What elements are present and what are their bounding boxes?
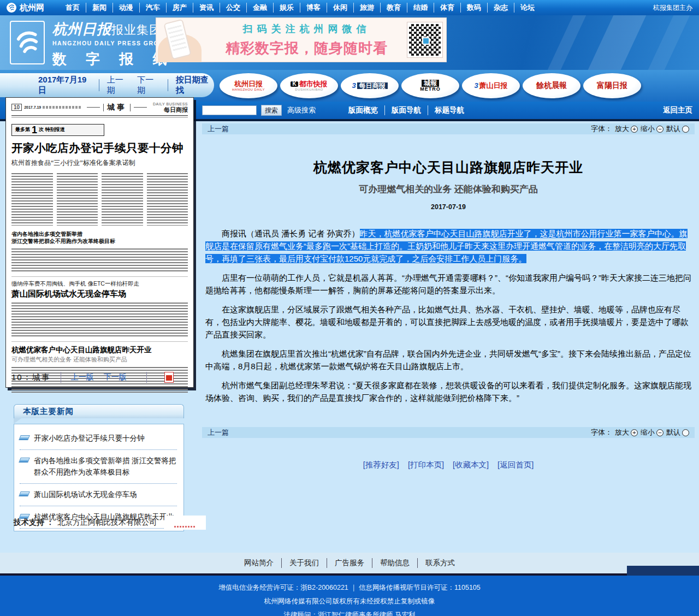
- topnav-link-house[interactable]: 房产: [166, 3, 193, 13]
- topnav-link-ent[interactable]: 娱乐: [273, 3, 300, 13]
- font-zoom-in-button[interactable]: 放大 +: [615, 124, 638, 134]
- news-list-item[interactable]: 省内各地推出多项交管新举措 浙江交警将把群众不用跑作为改革终极目标: [20, 450, 177, 484]
- title-nav-link[interactable]: 标题导航: [428, 105, 471, 115]
- prev-article-link[interactable]: 上一篇: [208, 428, 229, 437]
- paper-logo-xiaoshan-daily[interactable]: 3萧山日报: [462, 73, 520, 98]
- default-circle-icon: [682, 126, 689, 133]
- recommend-friend-link[interactable]: [推荐好友]: [363, 460, 399, 469]
- topnav-link-digital[interactable]: 数码: [460, 3, 487, 13]
- font-reset-button[interactable]: 默认: [666, 124, 689, 134]
- topnav-link-auto[interactable]: 汽车: [139, 3, 166, 13]
- newspaper-page-preview[interactable]: 10 2017.7.19 城事 DAILY BUSINESS 每日商报 最多第1…: [5, 97, 194, 388]
- page-nav-link[interactable]: 版面导航: [384, 105, 428, 115]
- topnav-link-blog[interactable]: 博客: [300, 3, 327, 13]
- article-date: 2017-07-19: [202, 203, 695, 211]
- advanced-search-link[interactable]: 高级搜索: [287, 105, 316, 115]
- print-page-link[interactable]: [打印本页]: [408, 460, 444, 469]
- article-panel: 上一篇 字体： 放大 + 缩小 − 默认 杭燃优家客户中心天目山路旗舰店昨天开业…: [202, 123, 695, 470]
- paper-logo-icon: 3: [352, 82, 356, 90]
- font-size-controls: 字体： 放大 + 缩小 − 默认: [591, 428, 689, 437]
- paper-logo-fuyang-daily[interactable]: 富陽日报: [583, 73, 641, 98]
- topnav-link-finance[interactable]: 金融: [246, 3, 273, 13]
- preview-story2-kicker: 缴纳停车费不用掏钱、掏手机 像ETC一样抬杆即走: [11, 280, 188, 288]
- article-subtitle: 可办理燃气相关的业务 还能体验和购买产品: [202, 183, 695, 196]
- font-zoom-out-button[interactable]: 缩小 −: [641, 428, 664, 437]
- topnav-link-forum[interactable]: 论坛: [514, 3, 541, 13]
- page: 杭州网 首页 新闻 动漫 汽车 房产 资讯 公交 金融 娱乐 博客 休闲 旅游 …: [0, 0, 699, 616]
- header-decoration: [585, 15, 649, 70]
- plus-circle-icon: +: [631, 126, 638, 133]
- search-input[interactable]: [202, 105, 257, 115]
- footer-contact-link[interactable]: 联系方式: [417, 558, 463, 568]
- brand-suffix: 报业集团: [111, 23, 162, 37]
- masthead: 杭州日报报业集团 HANGZHOU DAILY PRESS GROUP 数 字 …: [52, 20, 156, 69]
- newspaper-logos: 杭州日报 HANGZHOU DAILY K都市快报 DUSHIKUAIBAO 3…: [214, 70, 699, 102]
- hangzhou-net-logo[interactable]: 杭州网: [0, 3, 52, 13]
- search-by-date-link[interactable]: 按日期查找: [176, 75, 214, 96]
- pdf-icon[interactable]: [164, 372, 174, 383]
- article-paragraph: 杭燃集团在旗舰店里首次推出“杭燃优家”自有品牌，联合国内外先进企业，共同研发燃气…: [205, 347, 692, 372]
- paper-logo-hangzhou-daily[interactable]: 杭州日报 HANGZHOU DAILY: [220, 73, 277, 98]
- bookmark-link[interactable]: [收藏本文]: [453, 460, 489, 469]
- topnav-link-home[interactable]: 首页: [60, 3, 86, 13]
- preview-page-header: 10 2017.7.19 城事 DAILY BUSINESS 每日商报: [11, 102, 188, 113]
- next-page-link[interactable]: 下一版: [104, 372, 127, 382]
- page-news-title: 本版主要新闻: [14, 406, 74, 417]
- paper-logo-dushikuaibao[interactable]: K都市快报 DUSHIKUAIBAO: [280, 73, 338, 98]
- font-reset-button[interactable]: 默认: [666, 428, 689, 437]
- banner-line2: 精彩数字报，随身随时看: [206, 39, 407, 58]
- news-list-item[interactable]: 开家小吃店办登记手续只要十分钟: [20, 428, 177, 450]
- topnav-link-wedding[interactable]: 结婚: [407, 3, 434, 13]
- paper-logo-meirishangbao[interactable]: 3每日商报: [341, 73, 399, 98]
- news-list-item[interactable]: 萧山国际机场试水无现金停车场: [20, 484, 177, 506]
- topnav-link-leisure[interactable]: 休闲: [327, 3, 353, 13]
- header-decoration: [545, 15, 589, 70]
- font-label: 字体：: [591, 428, 612, 437]
- brand-en: HANGZHOU DAILY PRESS GROUP: [52, 40, 156, 46]
- body-text-columns: [11, 173, 188, 226]
- topnav-link-magazine[interactable]: 杂志: [487, 3, 514, 13]
- search-button[interactable]: 搜索: [261, 105, 282, 116]
- preview-story2-title: 萧山国际机场试水无现金停车场: [11, 289, 188, 299]
- paper-logo-yuhang-morning[interactable]: 餘杭晨報: [523, 73, 580, 98]
- footer-ads-link[interactable]: 广告服务: [327, 558, 372, 568]
- tech-support-company: 北京方正阿帕比技术有限公司: [57, 518, 157, 528]
- prev-article-link[interactable]: 上一篇: [208, 124, 229, 134]
- page-overview-link[interactable]: 版面概览: [342, 105, 384, 115]
- default-circle-icon: [682, 429, 689, 436]
- back-home-link[interactable]: 返回主页: [663, 105, 692, 115]
- preview-story3-title: 杭燃优家客户中心天目山路旗舰店昨天开业: [11, 345, 188, 355]
- topnav-link-news[interactable]: 新闻: [86, 3, 112, 13]
- next-issue-link[interactable]: 下一期: [137, 75, 160, 96]
- topnav-link-anime[interactable]: 动漫: [112, 3, 139, 13]
- prev-issue-link[interactable]: 上一期: [107, 75, 130, 96]
- prev-page-link[interactable]: 上一版: [71, 372, 94, 382]
- topnav-link-sports[interactable]: 体育: [434, 3, 460, 13]
- wechat-promo-banner[interactable]: 扫码关注杭州网微信 精彩数字报，随身随时看: [156, 17, 447, 62]
- phone-graphic: [156, 17, 206, 62]
- brand-cn: 杭州日报: [52, 21, 111, 37]
- font-zoom-in-button[interactable]: 放大 +: [615, 428, 638, 437]
- paper-logo-icon: K: [291, 81, 298, 87]
- date-bar: 2017年7月19日 上一期 下一期 按日期查找: [0, 73, 214, 97]
- press-group-logo-icon: [10, 21, 45, 64]
- minus-circle-icon: −: [656, 126, 664, 133]
- banner-text: 扫码关注杭州网微信 精彩数字报，随身随时看: [206, 22, 407, 58]
- back-to-home-link[interactable]: [返回首页]: [497, 460, 534, 469]
- header-decoration: [645, 15, 692, 70]
- topnav-link-info[interactable]: 资讯: [193, 3, 220, 13]
- issue-date: 2017年7月19日: [38, 75, 91, 96]
- topnav-link-edu[interactable]: 教育: [380, 3, 407, 13]
- preview-story3: 杭燃优家客户中心天目山路旗舰店昨天开业 可办理燃气相关的业务 还能体验和购买产品: [11, 341, 188, 393]
- font-zoom-out-button[interactable]: 缩小 −: [641, 124, 664, 134]
- top-nav-links: 首页 新闻 动漫 汽车 房产 资讯 公交 金融 娱乐 博客 休闲 旅游 教育 结…: [60, 3, 541, 13]
- paper-logo-metro[interactable]: 城報 METRO: [401, 73, 459, 98]
- footer-about-us-link[interactable]: 关于我们: [281, 558, 327, 568]
- preview-story2: 缴纳停车费不用掏钱、掏手机 像ETC一样抬杆即走 萧山国际机场试水无现金停车场: [11, 276, 188, 336]
- topnav-link-transit[interactable]: 公交: [220, 3, 246, 13]
- topnav-link-travel[interactable]: 旅游: [353, 3, 380, 13]
- article-toolbar-bottom: 上一篇 字体： 放大 + 缩小 − 默认: [202, 427, 695, 438]
- footer-help-link[interactable]: 帮助信息: [372, 558, 417, 568]
- preview-footer: 10：城事 上一版 下一版: [11, 372, 188, 383]
- footer-about-site-link[interactable]: 网站简介: [236, 558, 281, 568]
